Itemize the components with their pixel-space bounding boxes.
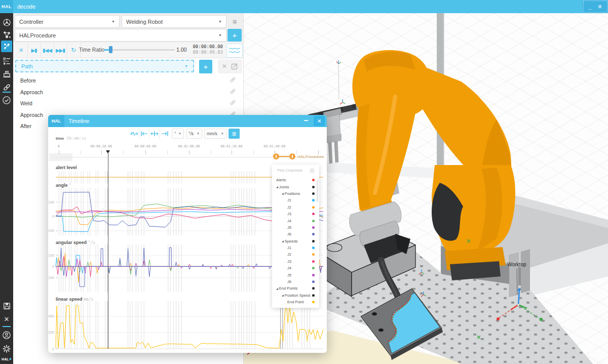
time-display: 00:00:00.00 00:00:49.03 xyxy=(191,44,223,55)
tasks-icon[interactable] xyxy=(0,55,13,65)
timeline-minimize-button[interactable]: – xyxy=(301,116,311,126)
legend-item-j5[interactable]: J5 xyxy=(272,271,319,278)
link-icon[interactable] xyxy=(230,88,236,96)
center-playhead-icon[interactable] xyxy=(149,129,160,139)
path-item-label: Approach xyxy=(20,89,43,95)
legend-item-alerts[interactable]: Alerts xyxy=(272,177,319,183)
legend-item-j2[interactable]: J2 xyxy=(272,204,319,211)
add-procedure-button[interactable]: + xyxy=(227,29,242,42)
time-ratio-slider-handle[interactable] xyxy=(109,46,112,53)
fast-forward-button[interactable]: ▶▶▮ xyxy=(54,43,67,58)
save-icon[interactable] xyxy=(0,301,13,311)
channel-color-dot[interactable] xyxy=(312,301,315,303)
legend-scrollbar[interactable] xyxy=(317,180,318,202)
open-timeline-button[interactable] xyxy=(226,44,243,58)
close-project-icon[interactable]: ✕ xyxy=(0,314,13,324)
channel-color-dot[interactable] xyxy=(312,233,315,235)
procedure-start-marker[interactable] xyxy=(273,153,279,159)
nodes-icon[interactable] xyxy=(0,29,13,39)
validate-icon[interactable] xyxy=(0,95,13,105)
controller-select[interactable]: Controller▼ xyxy=(15,15,120,28)
plot-channels-button[interactable]: ≣ xyxy=(229,129,240,139)
add-path-button[interactable]: + xyxy=(199,60,212,73)
play-button[interactable]: ▶▮ xyxy=(27,43,41,58)
edit-path-icon[interactable] xyxy=(231,63,238,70)
channel-color-dot[interactable] xyxy=(312,260,315,263)
channel-color-dot[interactable] xyxy=(312,226,315,229)
channel-color-dot[interactable] xyxy=(312,240,315,242)
channel-color-dot[interactable] xyxy=(312,247,315,249)
legend-item-speeds[interactable]: ◢Speeds xyxy=(272,238,319,245)
collapse-icon[interactable]: ◢ xyxy=(276,287,278,290)
go-to-end-icon[interactable] xyxy=(160,129,169,139)
legend-item-j6[interactable]: J6 xyxy=(272,231,319,237)
legend-item-end-point[interactable]: End Point xyxy=(272,299,319,305)
legend-item-j4[interactable]: J4 xyxy=(272,265,319,271)
loop-button[interactable]: ↻ xyxy=(67,43,81,58)
channel-color-dot[interactable] xyxy=(312,179,315,181)
channel-color-dot[interactable] xyxy=(312,186,315,188)
playhead-line[interactable] xyxy=(108,152,108,349)
legend-item-j3[interactable]: J3 xyxy=(272,211,319,217)
collapse-icon[interactable]: ◢ xyxy=(282,294,284,297)
workcell-icon[interactable] xyxy=(0,17,13,27)
robot-select[interactable]: Welding Robot▼ xyxy=(122,15,226,28)
channel-color-dot[interactable] xyxy=(312,199,315,201)
time-ratio-slider[interactable] xyxy=(104,49,175,51)
legend-item-j2[interactable]: J2 xyxy=(272,251,319,258)
link-icon[interactable] xyxy=(230,76,236,84)
legend-item-end-points[interactable]: ◢End Points xyxy=(272,285,319,292)
procedure-end-marker[interactable] xyxy=(289,153,295,159)
path-item-approach[interactable]: Approach xyxy=(13,87,243,98)
legend-item-j3[interactable]: J3 xyxy=(272,258,319,265)
channel-color-dot[interactable] xyxy=(312,206,315,209)
menu-icon[interactable]: ≡ xyxy=(229,15,240,28)
legend-item-j1[interactable]: J1 xyxy=(272,245,319,251)
legend-item-j1[interactable]: J1 xyxy=(272,197,319,204)
legend-item-j5[interactable]: J5 xyxy=(272,224,319,231)
channel-color-dot[interactable] xyxy=(312,287,315,290)
collapse-icon[interactable]: ◢ xyxy=(282,192,284,195)
worktop-label: Worktop xyxy=(507,262,526,267)
procedure-select[interactable]: HALProcedure▼ xyxy=(15,29,226,42)
channel-color-dot[interactable] xyxy=(312,253,315,256)
account-icon[interactable] xyxy=(0,330,13,340)
delete-path-icon[interactable]: ✕ xyxy=(222,63,227,70)
link-icon[interactable] xyxy=(230,99,236,107)
path-item-weld[interactable]: Weld xyxy=(13,98,243,109)
close-button[interactable]: ✕ xyxy=(597,4,602,10)
time-axis-label: time xyxy=(56,136,64,141)
timeline-close-button[interactable]: ✕ xyxy=(314,116,325,126)
go-to-start-icon[interactable] xyxy=(139,129,149,139)
collapse-icon[interactable]: ◢ xyxy=(276,185,278,188)
angle-unit-select[interactable]: °▼ xyxy=(172,129,184,139)
legend-item-joints[interactable]: ◢Joints xyxy=(272,183,319,190)
timeline-titlebar[interactable]: HAL Timeline – ✕ xyxy=(48,115,327,127)
rewind-button[interactable]: ▮◀◀ xyxy=(41,43,54,58)
channel-color-dot[interactable] xyxy=(312,280,315,283)
zoom-extents-icon[interactable] xyxy=(129,129,139,139)
channel-color-dot[interactable] xyxy=(312,267,315,269)
legend-item-j6[interactable]: J6 xyxy=(272,278,319,285)
settings-icon[interactable] xyxy=(0,344,13,354)
minimize-button[interactable]: _ xyxy=(589,4,592,10)
path-select[interactable]: Path▼ xyxy=(15,60,194,72)
legend-item-j4[interactable]: J4 xyxy=(272,217,319,224)
channel-color-dot[interactable] xyxy=(312,220,315,222)
channel-color-dot[interactable] xyxy=(312,274,315,276)
angular-speed-unit-select[interactable]: °/s▼ xyxy=(186,129,202,139)
path-item-before[interactable]: Before xyxy=(13,75,243,86)
linear-speed-unit-select[interactable]: mm/s▼ xyxy=(204,129,226,139)
stop-button[interactable]: ✕ xyxy=(14,43,28,58)
channel-color-dot[interactable] xyxy=(312,294,315,297)
channel-color-dot[interactable] xyxy=(312,192,315,195)
program-icon[interactable] xyxy=(1,41,12,52)
machines-icon[interactable] xyxy=(0,68,13,78)
channel-color-dot[interactable] xyxy=(312,213,315,215)
legend-settings-icon[interactable] xyxy=(309,168,315,174)
legend-item-position-speed[interactable]: ◢Position Speed xyxy=(272,292,319,299)
legend-item-positions[interactable]: ◢Positions xyxy=(272,190,319,197)
timeline-window[interactable]: HAL Timeline – ✕ °▼ °/s▼ mm/s▼ ≣ time hh… xyxy=(48,115,327,353)
link-icon[interactable] xyxy=(0,82,13,92)
collapse-icon[interactable]: ◢ xyxy=(282,239,284,242)
